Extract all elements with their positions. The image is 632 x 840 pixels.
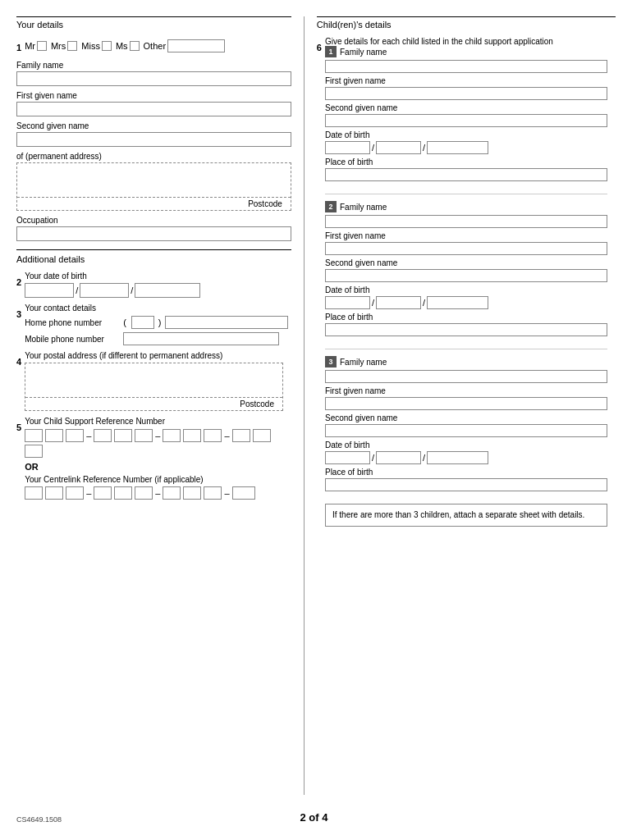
- child-3-dob-month[interactable]: [376, 451, 421, 464]
- csrn-box6[interactable]: [135, 429, 153, 442]
- child-2-pob-label: Place of birth: [325, 313, 607, 322]
- child-2-pob-input[interactable]: [325, 323, 607, 336]
- child-1-family-name-input[interactable]: [325, 60, 607, 73]
- additional-details-header: Additional details: [16, 254, 291, 264]
- q1-content: Mr Mrs Miss Ms: [25, 36, 283, 56]
- child-2-dob-year[interactable]: [427, 296, 488, 309]
- crn-box8[interactable]: [183, 486, 201, 500]
- home-phone-open-paren: (: [123, 317, 126, 327]
- perm-address-lines[interactable]: [17, 163, 291, 198]
- child-3-second-given-label: Second given name: [325, 413, 607, 422]
- csrn-sep3: –: [224, 431, 229, 441]
- crn-sep3: –: [224, 488, 229, 498]
- ms-checkbox[interactable]: [130, 41, 140, 51]
- csrn-box11[interactable]: [253, 429, 271, 442]
- occupation-label: Occupation: [16, 216, 291, 225]
- crn-box9[interactable]: [204, 486, 222, 500]
- csrn-sep1: –: [86, 431, 91, 441]
- child-1-pob-label: Place of birth: [325, 158, 607, 167]
- dob-day-input[interactable]: [25, 283, 74, 298]
- csrn-box3[interactable]: [66, 429, 84, 442]
- home-phone-number-input[interactable]: [165, 316, 288, 329]
- q3-text: Your contact details: [25, 304, 96, 313]
- csrn-box2[interactable]: [45, 429, 63, 442]
- child-3-first-given-input[interactable]: [325, 397, 607, 410]
- dob-sep2: /: [131, 285, 133, 295]
- q5-number: 5: [16, 422, 21, 432]
- child-1-dob-year[interactable]: [427, 141, 488, 154]
- child-3-dob-year[interactable]: [427, 451, 488, 464]
- dob-sep1: /: [76, 285, 78, 295]
- crn-box2[interactable]: [45, 486, 63, 500]
- child-3-dob-row: / /: [325, 451, 607, 464]
- crn-box6[interactable]: [135, 486, 153, 500]
- q3-row: 3 Your contact details Home phone number…: [16, 303, 291, 345]
- q4-row: 4 Your postal address (if different to p…: [16, 350, 291, 411]
- crn-box5[interactable]: [114, 486, 132, 500]
- child-1-dob-sep1: /: [372, 143, 374, 153]
- child-2-dob-month[interactable]: [376, 296, 421, 309]
- child-3-dob-label: Date of birth: [325, 441, 607, 450]
- child-3-family-name-input[interactable]: [325, 370, 607, 383]
- title-mrs-option: Mrs: [51, 41, 77, 51]
- dob-month-input[interactable]: [80, 283, 129, 298]
- miss-checkbox[interactable]: [102, 41, 112, 51]
- child-3-dob-day[interactable]: [325, 451, 370, 464]
- csrn-box7[interactable]: [163, 429, 181, 442]
- child-3-pob-input[interactable]: [325, 478, 607, 491]
- child-2-first-given-input[interactable]: [325, 242, 607, 255]
- dob-row: / /: [25, 283, 283, 298]
- q1-row: 1 Mr Mrs Miss: [16, 36, 291, 56]
- child-2-badge: 2: [325, 201, 337, 212]
- csrn-sep2: –: [155, 431, 160, 441]
- first-given-name-input[interactable]: [16, 102, 291, 116]
- child-2-dob-day[interactable]: [325, 296, 370, 309]
- crn-box1[interactable]: [25, 486, 43, 500]
- crn-box3[interactable]: [66, 486, 84, 500]
- child-2-family-name-input[interactable]: [325, 215, 607, 228]
- family-name-input[interactable]: [16, 71, 291, 86]
- csrn-box12[interactable]: [25, 445, 43, 458]
- perm-postcode-row: Postcode: [17, 198, 291, 210]
- note-box: If there are more than 3 children, attac…: [325, 504, 607, 527]
- postal-address-lines[interactable]: [25, 363, 282, 398]
- csrn-box10[interactable]: [232, 429, 250, 442]
- child-1-dob-day[interactable]: [325, 141, 370, 154]
- csrn-box1[interactable]: [25, 429, 43, 442]
- child-1-second-given-input[interactable]: [325, 114, 607, 127]
- title-mr-option: Mr: [25, 41, 47, 51]
- child-2-section: 2 Family name First given name Second gi…: [325, 201, 607, 340]
- child-2-second-given-input[interactable]: [325, 269, 607, 282]
- or-label: OR: [25, 462, 283, 472]
- child-1-dob-row: / /: [325, 141, 607, 154]
- other-input[interactable]: [167, 39, 225, 52]
- crn-box4[interactable]: [94, 486, 112, 500]
- occupation-input[interactable]: [16, 226, 291, 241]
- child-1-dob-month[interactable]: [376, 141, 421, 154]
- child-1-first-given-input[interactable]: [325, 87, 607, 100]
- dob-year-input[interactable]: [135, 283, 200, 298]
- child-3-badge: 3: [325, 356, 337, 368]
- csrn-box4[interactable]: [94, 429, 112, 442]
- q4-number: 4: [16, 357, 21, 367]
- crn-box7[interactable]: [163, 486, 181, 500]
- csrn-box5[interactable]: [114, 429, 132, 442]
- title-miss-option: Miss: [81, 41, 112, 51]
- child-1-pob-input[interactable]: [325, 168, 607, 181]
- mr-checkbox[interactable]: [37, 41, 47, 51]
- note-text: If there are more than 3 children, attac…: [332, 510, 584, 519]
- csrn-box8[interactable]: [183, 429, 201, 442]
- second-given-name-input[interactable]: [16, 132, 291, 147]
- home-phone-area-input[interactable]: [131, 316, 154, 329]
- mobile-phone-input[interactable]: [123, 332, 279, 345]
- q2-row: 2 Your date of birth / /: [16, 271, 291, 298]
- crn-box10[interactable]: [232, 486, 255, 500]
- child-3-second-given-input[interactable]: [325, 424, 607, 437]
- csrn-box9[interactable]: [204, 429, 222, 442]
- q1-number: 1: [16, 43, 21, 52]
- csrn-row: – – –: [25, 429, 283, 458]
- q4-content: Your postal address (if different to per…: [25, 350, 283, 411]
- child-1-dob-sep2: /: [423, 143, 425, 153]
- mrs-checkbox[interactable]: [67, 41, 77, 51]
- child-3-section: 3 Family name First given name Second gi…: [325, 356, 607, 495]
